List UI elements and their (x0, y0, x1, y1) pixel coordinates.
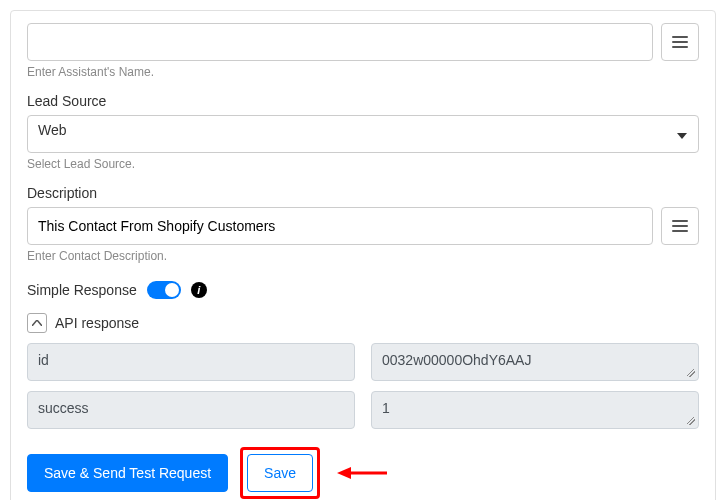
svg-marker-1 (337, 467, 351, 479)
arrow-annotation (337, 463, 387, 483)
description-input[interactable] (27, 207, 653, 245)
assistant-helper: Enter Assistant's Name. (27, 65, 699, 79)
api-key-cell: success (27, 391, 355, 429)
simple-response-label: Simple Response (27, 282, 137, 298)
api-response-row: success 1 (27, 391, 699, 429)
simple-response-row: Simple Response i (27, 281, 699, 299)
lead-source-select[interactable]: Web (27, 115, 699, 153)
api-response-label: API response (55, 315, 139, 331)
save-highlight: Save (240, 447, 320, 499)
button-row: Save & Send Test Request Save (27, 447, 699, 499)
description-label: Description (27, 185, 699, 201)
form-panel: Enter Assistant's Name. Lead Source Web … (10, 10, 716, 500)
description-options-button[interactable] (661, 207, 699, 245)
assistant-options-button[interactable] (661, 23, 699, 61)
api-value-cell[interactable]: 0032w00000OhdY6AAJ (371, 343, 699, 381)
hamburger-icon (672, 36, 688, 48)
chevron-up-icon (32, 320, 42, 326)
collapse-button[interactable] (27, 313, 47, 333)
save-send-test-button[interactable]: Save & Send Test Request (27, 454, 228, 492)
api-response-header: API response (27, 313, 699, 333)
api-key-cell: id (27, 343, 355, 381)
save-button[interactable]: Save (247, 454, 313, 492)
simple-response-toggle[interactable] (147, 281, 181, 299)
lead-source-helper: Select Lead Source. (27, 157, 699, 171)
description-row (27, 207, 699, 245)
info-icon[interactable]: i (191, 282, 207, 298)
lead-source-value: Web (27, 115, 699, 153)
assistant-name-input[interactable] (27, 23, 653, 61)
api-value-cell[interactable]: 1 (371, 391, 699, 429)
toggle-knob (165, 283, 179, 297)
assistant-name-row (27, 23, 699, 61)
lead-source-label: Lead Source (27, 93, 699, 109)
api-response-row: id 0032w00000OhdY6AAJ (27, 343, 699, 381)
description-helper: Enter Contact Description. (27, 249, 699, 263)
hamburger-icon (672, 220, 688, 232)
